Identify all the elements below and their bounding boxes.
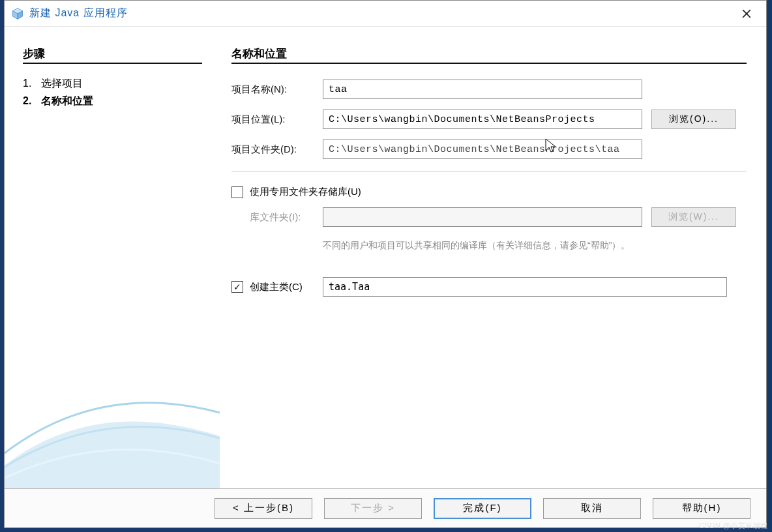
lib-folder-input — [323, 207, 642, 227]
separator — [231, 171, 747, 171]
step-number: 2. — [23, 95, 41, 107]
close-icon — [742, 9, 751, 18]
finish-button[interactable]: 完成(F) — [434, 498, 531, 519]
back-button[interactable]: < 上一步(B) — [215, 498, 312, 519]
next-button: 下一步 > — [324, 498, 422, 519]
watermark-text: CSDN @小艾米编程 — [699, 521, 768, 531]
decorative-swoosh — [5, 345, 220, 488]
row-project-folder: 项目文件夹(D): — [231, 140, 747, 159]
steps-panel: 步骤 1. 选择项目 2. 名称和位置 — [5, 27, 218, 488]
row-lib-folder: 库文件夹(I): 浏览(W)... — [250, 207, 747, 227]
step-label: 名称和位置 — [41, 95, 93, 108]
project-folder-label: 项目文件夹(D): — [231, 143, 323, 156]
row-project-name: 项目名称(N): — [231, 80, 747, 99]
browse-location-button[interactable]: 浏览(O)... — [651, 110, 736, 129]
close-button[interactable] — [734, 4, 760, 23]
main-panel: 名称和位置 项目名称(N): 项目位置(L): 浏览(O)... 项目文件夹(D… — [218, 27, 766, 488]
row-use-dedicated: 使用专用文件夹存储库(U) — [231, 186, 747, 198]
create-main-label: 创建主类(C) — [250, 281, 323, 293]
row-create-main: 创建主类(C) — [231, 277, 747, 297]
help-button[interactable]: 帮助(H) — [653, 498, 750, 519]
create-main-input[interactable] — [323, 277, 727, 297]
step-number: 1. — [23, 78, 41, 89]
cancel-button[interactable]: 取消 — [543, 498, 641, 519]
step-item: 1. 选择项目 — [23, 77, 205, 91]
project-location-input[interactable] — [323, 110, 642, 129]
use-dedicated-label: 使用专用文件夹存储库(U) — [250, 186, 361, 198]
form-area: 项目名称(N): 项目位置(L): 浏览(O)... 项目文件夹(D): 使用专… — [231, 80, 747, 297]
main-heading: 名称和位置 — [231, 46, 747, 64]
background-strip — [768, 0, 772, 532]
project-location-label: 项目位置(L): — [231, 113, 323, 126]
step-item-current: 2. 名称和位置 — [23, 95, 205, 108]
titlebar: 新建 Java 应用程序 — [5, 1, 766, 27]
project-folder-input — [323, 140, 642, 159]
lib-folder-label: 库文件夹(I): — [250, 211, 323, 224]
step-label: 选择项目 — [41, 77, 83, 91]
project-name-input[interactable] — [323, 80, 642, 99]
lib-hint-text: 不同的用户和项目可以共享相同的编译库（有关详细信息，请参见“帮助”）。 — [323, 237, 662, 254]
use-dedicated-checkbox[interactable] — [231, 186, 243, 198]
steps-heading: 步骤 — [23, 46, 202, 64]
dialog-body: 步骤 1. 选择项目 2. 名称和位置 — [5, 27, 766, 488]
footer-buttons: < 上一步(B) 下一步 > 完成(F) 取消 帮助(H) — [5, 488, 766, 527]
window-title: 新建 Java 应用程序 — [29, 7, 128, 20]
dialog-window: 新建 Java 应用程序 步骤 1. 选择项目 2. 名称和位置 — [4, 0, 767, 528]
browse-lib-button: 浏览(W)... — [651, 207, 736, 227]
steps-list: 1. 选择项目 2. 名称和位置 — [23, 77, 205, 108]
row-project-location: 项目位置(L): 浏览(O)... — [231, 110, 747, 129]
app-cube-icon — [11, 7, 24, 20]
create-main-checkbox[interactable] — [231, 281, 243, 293]
project-name-label: 项目名称(N): — [231, 83, 323, 96]
